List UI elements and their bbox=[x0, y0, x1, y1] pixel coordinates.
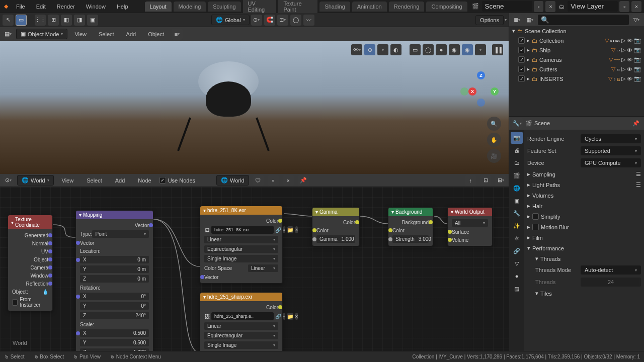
propedit-icon[interactable]: ◯ bbox=[290, 15, 301, 26]
scene-browse-icon[interactable]: ▫ bbox=[534, 1, 544, 12]
prop-tab-texture[interactable]: ▨ bbox=[511, 283, 523, 295]
section-volumes[interactable]: ▸Volumes bbox=[527, 190, 641, 201]
3d-viewport[interactable]: 👁▾ ⊕ ▾ ◐ ▭ ◯ ● ◉ ◉ ▾ ▐▐ bbox=[0, 41, 509, 174]
view-object-types-icon[interactable]: 👁▾ bbox=[351, 44, 362, 55]
outliner-filter-icon[interactable]: ▽▾ bbox=[631, 14, 641, 25]
viewlayer-new-icon[interactable]: ▫ bbox=[619, 1, 629, 12]
snap-grid-icon[interactable]: ⊞ bbox=[48, 15, 59, 26]
node-editor-type-icon[interactable]: ⊙▾ bbox=[3, 175, 14, 186]
properties-pin-icon[interactable]: 📌 bbox=[630, 118, 641, 129]
prop-tab-physics[interactable]: ⚛ bbox=[511, 232, 523, 244]
tab-shading[interactable]: Shading bbox=[319, 2, 350, 12]
node-arrow-up-icon[interactable]: ↑ bbox=[465, 175, 476, 186]
shield-fake-user-icon[interactable]: 🛡 bbox=[253, 175, 264, 186]
zoom-tool-icon[interactable]: 🔍 bbox=[487, 117, 501, 131]
node-gamma[interactable]: ▾Gamma Color Color Gamma1.000 bbox=[312, 207, 360, 246]
outliner-cutters[interactable]: ▸🗀Cutters▽₆₂ ▷👁📷 bbox=[509, 64, 644, 74]
mode-dropdown[interactable]: ▣ Object Mode▾ bbox=[16, 29, 67, 39]
snap-vert-icon[interactable]: ▣ bbox=[87, 15, 98, 26]
mesh-select-mode-icon[interactable]: ≡▾ bbox=[172, 29, 183, 40]
node-menu-add[interactable]: Add bbox=[110, 175, 130, 186]
shader-type-dropdown[interactable]: 🌐 World▾ bbox=[17, 175, 54, 186]
mapping-type-select[interactable]: Point▾ bbox=[92, 230, 149, 238]
new-world-icon[interactable]: ▫ bbox=[268, 175, 279, 186]
image-browse-icon[interactable]: 🖼 bbox=[205, 226, 210, 234]
menu-window[interactable]: Window bbox=[81, 2, 111, 12]
prop-tab-particle[interactable]: ✨ bbox=[511, 220, 523, 232]
node-editor-canvas[interactable]: ▾Texture Coordinate Generated Normal UV … bbox=[0, 187, 509, 351]
prop-tab-modifier[interactable]: 🔧 bbox=[511, 207, 523, 219]
snap-icon[interactable]: 🧲 bbox=[264, 15, 275, 26]
scene-name-input[interactable] bbox=[482, 1, 532, 12]
node-menu-node[interactable]: Node bbox=[133, 175, 156, 186]
threads-mode-select[interactable]: Auto-detect▾ bbox=[581, 265, 641, 275]
eye-icon[interactable]: 👁 bbox=[627, 38, 632, 44]
unlink-image-icon[interactable]: × bbox=[295, 226, 298, 233]
viewport-menu-object[interactable]: Object bbox=[143, 29, 169, 39]
node-background[interactable]: ▾Background Background Color Strength3.0… bbox=[388, 207, 433, 246]
tab-uv[interactable]: UV Editing bbox=[243, 0, 277, 15]
camera-icon[interactable]: 📷 bbox=[634, 37, 641, 44]
menu-edit[interactable]: Edit bbox=[31, 2, 51, 12]
prop-tab-world[interactable]: 🌐 bbox=[511, 182, 523, 194]
cursor-tool-icon[interactable]: ↖ bbox=[3, 15, 14, 26]
list-icon[interactable]: ☰ bbox=[636, 171, 641, 177]
new-image-icon[interactable]: ▫ bbox=[283, 226, 285, 233]
viewport-menu-add[interactable]: Add bbox=[121, 29, 141, 39]
orientation-gizmo[interactable]: Z X Y bbox=[463, 71, 499, 107]
snap-face-icon[interactable]: ◧ bbox=[61, 15, 72, 26]
node-env-sharp[interactable]: ▾hdre_251_sharp.exr Color 🖼🔗▫📁× Linear▾ … bbox=[200, 292, 283, 351]
prop-tab-render[interactable]: 📷 bbox=[511, 132, 523, 144]
gizmo-y[interactable]: Y bbox=[491, 87, 499, 96]
menu-file[interactable]: File bbox=[11, 2, 30, 12]
gizmo-toggle-icon[interactable]: ⊕ bbox=[364, 44, 375, 55]
camera-view-icon[interactable]: 🎥 bbox=[487, 149, 501, 163]
overlays-icon[interactable]: ◐ bbox=[390, 44, 401, 55]
node-overlay-icon[interactable]: ⊞▾ bbox=[495, 175, 506, 186]
tab-rendering[interactable]: Rendering bbox=[389, 2, 425, 12]
prop-tab-material[interactable]: ● bbox=[511, 270, 523, 282]
device-select[interactable]: GPU Compute▾ bbox=[581, 158, 641, 167]
render-engine-select[interactable]: Cycles▾ bbox=[581, 134, 641, 143]
tab-layout[interactable]: Layout bbox=[145, 2, 172, 12]
node-env-8k[interactable]: ▾hdre_251_8K.exr Color 🖼🔗▫📁× Linear▾ Equ… bbox=[200, 206, 283, 284]
shading-matprev-icon[interactable]: ◉ bbox=[449, 44, 460, 55]
use-nodes-toggle[interactable]: Use Nodes bbox=[159, 177, 195, 184]
menu-help[interactable]: Help bbox=[112, 2, 133, 12]
section-tiles[interactable]: ▾Tiles bbox=[527, 288, 641, 299]
section-lightpaths[interactable]: ▸Light Paths☰ bbox=[527, 179, 641, 190]
node-menu-view[interactable]: View bbox=[57, 175, 79, 186]
pan-tool-icon[interactable]: ✋ bbox=[487, 133, 501, 147]
outliner-collection[interactable]: ▸🗀Collection▽₂ ₂ ₂₄₅ ▷👁📷 bbox=[509, 36, 644, 45]
editor-type-icon[interactable]: ▦▾ bbox=[3, 29, 14, 40]
outliner-display-icon[interactable]: ▦▾ bbox=[525, 14, 535, 25]
outliner-search-input[interactable] bbox=[538, 15, 629, 25]
viewlayer-close-icon[interactable]: × bbox=[631, 1, 641, 12]
tab-sculpting[interactable]: Sculpting bbox=[208, 2, 240, 12]
gizmo-options-icon[interactable]: ▾ bbox=[377, 44, 388, 55]
viewport-menu-select[interactable]: Select bbox=[94, 29, 119, 39]
section-sampling[interactable]: ▸Sampling☰ bbox=[527, 169, 641, 179]
node-texture-coordinate[interactable]: ▾Texture Coordinate Generated Normal UV … bbox=[8, 215, 53, 311]
env2-file-input[interactable] bbox=[211, 312, 274, 320]
tab-animation[interactable]: Animation bbox=[352, 2, 387, 12]
shading-rendered-icon[interactable]: ◉ bbox=[462, 44, 473, 55]
viewport-menu-view[interactable]: View bbox=[69, 29, 92, 39]
outliner-cameras[interactable]: ▸🗀Cameras▽〰 ▷👁📷 bbox=[509, 55, 644, 64]
node-snap-icon[interactable]: ⊡ bbox=[480, 175, 491, 186]
section-simplify[interactable]: ▸Simplify bbox=[527, 211, 641, 222]
tab-texpaint[interactable]: Texture Paint bbox=[278, 0, 317, 15]
orientation-dropdown[interactable]: 🌐 Global▾ bbox=[211, 15, 250, 25]
properties-type-icon[interactable]: 🔧▾ bbox=[512, 118, 523, 129]
gizmo-z[interactable]: Z bbox=[477, 71, 485, 79]
unlink-world-icon[interactable]: × bbox=[283, 175, 294, 186]
snap-dots-icon[interactable]: ⋮⋮ bbox=[35, 15, 46, 26]
shading-solid-icon[interactable]: ● bbox=[436, 44, 447, 55]
prop-tab-data[interactable]: ▽ bbox=[511, 257, 523, 269]
options-dropdown[interactable]: Options bbox=[475, 15, 504, 25]
prop-tab-viewlayer[interactable]: 🗂 bbox=[511, 157, 523, 169]
select-tool-icon[interactable]: ▭ bbox=[16, 15, 27, 26]
outliner-type-icon[interactable]: ≣▾ bbox=[512, 14, 522, 25]
section-threads[interactable]: ▾Threads bbox=[527, 253, 641, 264]
section-motionblur[interactable]: ▸Motion Blur bbox=[527, 222, 641, 232]
